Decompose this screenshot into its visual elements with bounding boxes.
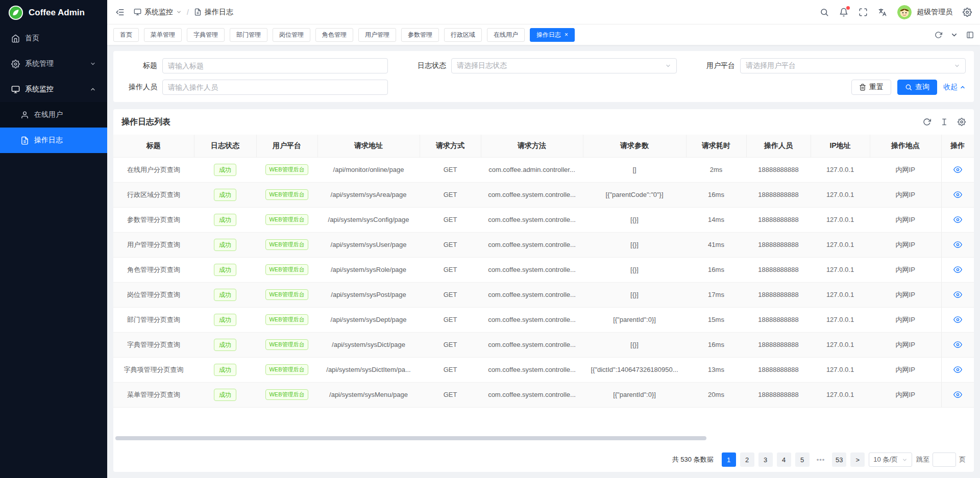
tab-首页[interactable]: 首页 bbox=[113, 28, 139, 42]
sidebar-item-home[interactable]: 首页 bbox=[0, 26, 107, 51]
tab-参数管理[interactable]: 参数管理 bbox=[401, 28, 439, 42]
view-detail-eye-icon[interactable] bbox=[953, 215, 962, 224]
cell-location: 内网IP bbox=[870, 282, 941, 307]
notification-bell-icon[interactable] bbox=[839, 8, 848, 17]
cell-request-params: [{}] bbox=[583, 232, 686, 257]
tab-字典管理[interactable]: 字典管理 bbox=[187, 28, 225, 42]
view-detail-eye-icon[interactable] bbox=[953, 265, 962, 274]
page-content: 标题 日志状态 请选择日志状态 用户平台 请选择用户平台 bbox=[107, 45, 980, 478]
tab-操作日志[interactable]: 操作日志 × bbox=[530, 28, 575, 42]
scrollbar-thumb[interactable] bbox=[115, 436, 706, 440]
cell-location: 内网IP bbox=[870, 357, 941, 382]
sidebar-collapse-icon[interactable] bbox=[115, 8, 125, 17]
log-status-select[interactable]: 请选择日志状态 bbox=[451, 58, 677, 73]
tab-label: 角色管理 bbox=[322, 31, 347, 39]
cell-request-duration: 20ms bbox=[686, 382, 746, 407]
sidebar-item-system-monitor[interactable]: 系统监控 bbox=[0, 77, 107, 102]
column-header-日志状态: 日志状态 bbox=[194, 135, 256, 157]
cell-ip-address: 127.0.0.1 bbox=[811, 357, 870, 382]
view-detail-eye-icon[interactable] bbox=[953, 390, 962, 399]
cell-request-function: com.coffee.admin.controller... bbox=[481, 157, 583, 182]
search-icon[interactable] bbox=[820, 8, 829, 17]
current-user-name[interactable]: 超级管理员 bbox=[917, 8, 952, 17]
sidebar-item-online-users[interactable]: 在线用户 bbox=[0, 102, 107, 128]
notification-badge bbox=[846, 6, 850, 10]
view-detail-eye-icon[interactable] bbox=[953, 365, 962, 374]
translate-icon[interactable] bbox=[878, 8, 887, 17]
layout-icon[interactable] bbox=[966, 31, 974, 39]
cell-request-method: GET bbox=[420, 307, 481, 332]
jump-page-input[interactable] bbox=[933, 452, 956, 467]
sidebar-item-operation-log[interactable]: 操作日志 bbox=[0, 128, 107, 153]
breadcrumb-item-system-monitor[interactable]: 系统监控 bbox=[134, 8, 182, 17]
page-ellipsis[interactable]: ••• bbox=[814, 452, 828, 467]
column-height-icon[interactable] bbox=[940, 118, 948, 126]
cell-request-method: GET bbox=[420, 257, 481, 282]
cell-actions bbox=[941, 207, 974, 232]
next-page-button[interactable]: > bbox=[850, 452, 865, 467]
cell-location: 内网IP bbox=[870, 182, 941, 207]
table-row: 参数管理分页查询 成功 WEB管理后台 /api/system/sysConfi… bbox=[113, 207, 974, 232]
operator-input[interactable] bbox=[162, 80, 388, 95]
view-detail-eye-icon[interactable] bbox=[953, 315, 962, 324]
cell-request-duration: 14ms bbox=[686, 207, 746, 232]
platform-badge: WEB管理后台 bbox=[265, 164, 308, 175]
view-detail-eye-icon[interactable] bbox=[953, 340, 962, 349]
page-button-4[interactable]: 4 bbox=[777, 452, 791, 467]
cell-request-duration: 16ms bbox=[686, 182, 746, 207]
page-button-53[interactable]: 53 bbox=[832, 452, 846, 467]
page-button-3[interactable]: 3 bbox=[758, 452, 773, 467]
table-row: 部门管理分页查询 成功 WEB管理后台 /api/system/sysDept/… bbox=[113, 307, 974, 332]
cell-title: 部门管理分页查询 bbox=[113, 307, 194, 332]
status-badge: 成功 bbox=[214, 189, 236, 201]
tab-岗位管理[interactable]: 岗位管理 bbox=[273, 28, 310, 42]
cell-request-params: [{"parentId":0}] bbox=[583, 382, 686, 407]
user-platform-select[interactable]: 请选择用户平台 bbox=[740, 58, 966, 73]
refresh-icon[interactable] bbox=[923, 118, 931, 126]
cell-platform: WEB管理后台 bbox=[256, 257, 317, 282]
table-row: 岗位管理分页查询 成功 WEB管理后台 /api/system/sysPost/… bbox=[113, 282, 974, 307]
title-input[interactable] bbox=[162, 58, 388, 73]
chevron-down-icon[interactable] bbox=[950, 31, 958, 39]
view-detail-eye-icon[interactable] bbox=[953, 190, 962, 199]
collapse-filter-button[interactable]: 收起 bbox=[943, 83, 966, 92]
page-size-select[interactable]: 10 条/页 bbox=[869, 452, 912, 467]
settings-gear-icon[interactable] bbox=[963, 8, 972, 17]
cell-request-duration: 2ms bbox=[686, 157, 746, 182]
column-settings-icon[interactable] bbox=[958, 118, 966, 126]
avatar[interactable] bbox=[897, 5, 912, 19]
trash-icon bbox=[859, 84, 866, 91]
cell-request-method: GET bbox=[420, 357, 481, 382]
reset-button[interactable]: 重置 bbox=[851, 80, 891, 95]
cell-request-function: com.coffee.system.controlle... bbox=[481, 257, 583, 282]
page-button-5[interactable]: 5 bbox=[795, 452, 810, 467]
filter-panel: 标题 日志状态 请选择日志状态 用户平台 请选择用户平台 bbox=[113, 51, 974, 102]
view-detail-eye-icon[interactable] bbox=[953, 165, 962, 174]
view-detail-eye-icon[interactable] bbox=[953, 290, 962, 299]
page-button-1[interactable]: 1 bbox=[722, 452, 736, 467]
fullscreen-icon[interactable] bbox=[859, 8, 868, 17]
cell-request-duration: 15ms bbox=[686, 307, 746, 332]
cell-ip-address: 127.0.0.1 bbox=[811, 332, 870, 357]
cell-request-url: /api/monitor/online/page bbox=[317, 157, 420, 182]
tab-部门管理[interactable]: 部门管理 bbox=[230, 28, 267, 42]
column-header-用户平台: 用户平台 bbox=[256, 135, 317, 157]
refresh-icon[interactable] bbox=[935, 31, 942, 39]
search-button[interactable]: 查询 bbox=[897, 80, 937, 95]
page-button-2[interactable]: 2 bbox=[740, 452, 754, 467]
tab-菜单管理[interactable]: 菜单管理 bbox=[144, 28, 182, 42]
tab-行政区域[interactable]: 行政区域 bbox=[444, 28, 482, 42]
cell-actions bbox=[941, 257, 974, 282]
sidebar: Coffee Admin 首页 系统管理 bbox=[0, 0, 107, 478]
tabbar-actions bbox=[935, 31, 974, 39]
cell-request-function: com.coffee.system.controlle... bbox=[481, 307, 583, 332]
sidebar-item-system-management[interactable]: 系统管理 bbox=[0, 51, 107, 77]
chevron-down-icon bbox=[90, 61, 96, 67]
tab-用户管理[interactable]: 用户管理 bbox=[358, 28, 396, 42]
tab-在线用户[interactable]: 在线用户 bbox=[487, 28, 525, 42]
tab-角色管理[interactable]: 角色管理 bbox=[315, 28, 353, 42]
platform-badge: WEB管理后台 bbox=[265, 339, 308, 350]
table-row: 用户管理分页查询 成功 WEB管理后台 /api/system/sysUser/… bbox=[113, 232, 974, 257]
tab-close-icon[interactable]: × bbox=[565, 32, 568, 38]
view-detail-eye-icon[interactable] bbox=[953, 240, 962, 249]
